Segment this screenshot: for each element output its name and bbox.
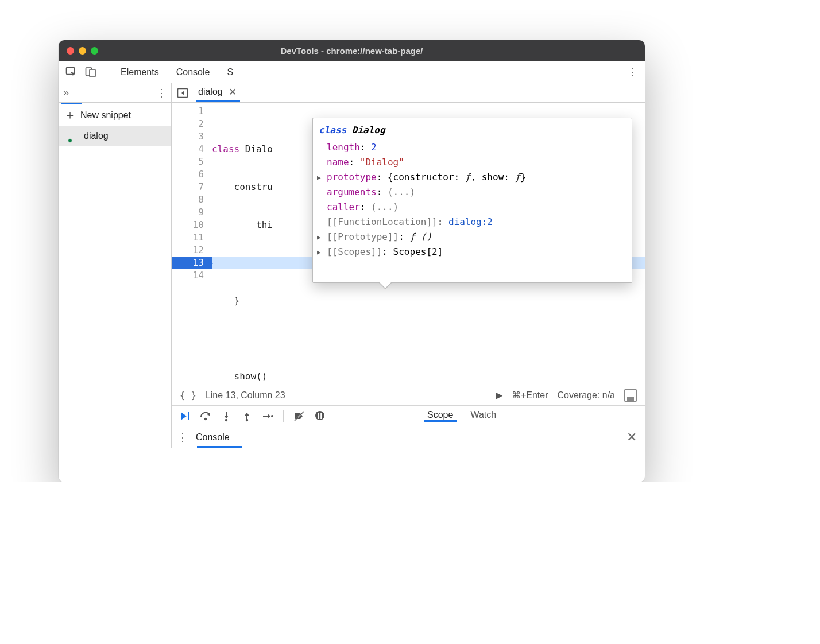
svg-rect-4 (188, 412, 189, 420)
popup-row-function-location: [[FunctionLocation]]: dialog:2 (319, 215, 626, 230)
svg-point-11 (271, 415, 273, 417)
step-out-button[interactable] (239, 409, 254, 424)
window-titlebar: DevTools - chrome://new-tab-page/ (59, 40, 645, 61)
snippet-file-name: dialog (84, 131, 109, 141)
pause-on-exceptions-button[interactable] (312, 409, 327, 424)
popup-header: class Dialog (319, 123, 626, 138)
object-preview-popup: class Dialog length: 2 name: "Dialog" pr… (312, 118, 632, 283)
close-drawer-icon[interactable]: ✕ (626, 430, 637, 445)
show-coverage-icon[interactable] (624, 389, 637, 402)
step-into-button[interactable] (219, 409, 234, 424)
resume-button[interactable] (177, 409, 192, 424)
sidebar-menu-icon[interactable]: ⋮ (156, 87, 167, 99)
svg-point-9 (246, 418, 248, 421)
device-toolbar-icon[interactable] (83, 64, 99, 80)
tab-watch[interactable]: Watch (467, 410, 500, 422)
editor-file-tab[interactable]: dialog ✕ (196, 83, 240, 102)
tab-console[interactable]: Console (169, 61, 217, 83)
console-drawer: ⋮ Console ✕ (172, 426, 645, 448)
devtools-window: DevTools - chrome://new-tab-page/ Elemen… (59, 40, 645, 482)
main-area: » ⋮ ＋ New snippet dialog dialog ✕ (59, 83, 645, 448)
popup-row-arguments[interactable]: arguments: (...) (319, 185, 626, 200)
popup-row-name: name: "Dialog" (319, 155, 626, 170)
sources-sidebar: » ⋮ ＋ New snippet dialog (59, 83, 172, 448)
debugger-side-tabs: Scope Watch (419, 410, 645, 422)
function-location-link[interactable]: dialog:2 (448, 216, 493, 227)
close-window-button[interactable] (67, 47, 74, 55)
svg-rect-15 (320, 413, 322, 419)
toolbar-separator (283, 410, 284, 422)
popup-row-prototype-internal[interactable]: [[Prototype]]: ƒ () (319, 230, 626, 245)
tab-scope[interactable]: Scope (424, 410, 457, 422)
run-shortcut-label: ⌘+Enter (512, 390, 548, 401)
debugger-controls (172, 409, 419, 424)
minimize-window-button[interactable] (79, 47, 86, 55)
run-snippet-icon[interactable]: ▶ (496, 390, 502, 401)
deactivate-breakpoints-button[interactable] (292, 409, 307, 424)
editor-column: dialog ✕ 1234567891011121314 class Dialo… (172, 83, 645, 448)
plus-icon: ＋ (64, 107, 76, 123)
svg-rect-14 (318, 413, 319, 419)
debugger-toolbar: Scope Watch (172, 405, 645, 426)
snippet-file-icon (69, 130, 78, 142)
popup-row-prototype[interactable]: prototype: {constructor: ƒ, show: ƒ} (319, 170, 626, 185)
snippet-file-item[interactable]: dialog (59, 126, 171, 146)
editor-status-bar: { } Line 13, Column 23 ▶ ⌘+Enter Coverag… (172, 385, 645, 405)
popup-row-scopes[interactable]: [[Scopes]]: Scopes[2] (319, 245, 626, 259)
sidebar-header: » ⋮ (59, 83, 171, 103)
new-snippet-button[interactable]: ＋ New snippet (59, 104, 171, 126)
traffic-lights (67, 47, 98, 55)
line-gutter: 1234567891011121314 (172, 103, 212, 385)
window-title: DevTools - chrome://new-tab-page/ (59, 46, 645, 56)
tab-sources[interactable]: S (220, 61, 240, 83)
new-snippet-label: New snippet (80, 110, 131, 121)
maximize-window-button[interactable] (91, 47, 98, 55)
toggle-navigator-icon[interactable] (176, 87, 189, 99)
svg-rect-2 (90, 69, 95, 77)
popup-row-caller[interactable]: caller: (...) (319, 200, 626, 215)
sidebar-overflow-icon[interactable]: » (63, 87, 69, 99)
close-tab-icon[interactable]: ✕ (229, 86, 237, 98)
editor-tabbar: dialog ✕ (172, 83, 645, 103)
tab-elements[interactable]: Elements (114, 61, 166, 83)
more-menu-icon[interactable]: ⋮ (624, 64, 640, 80)
popup-row-length: length: 2 (319, 140, 626, 155)
execution-arrow-icon (208, 259, 213, 268)
svg-point-5 (204, 417, 207, 420)
console-menu-icon[interactable]: ⋮ (177, 431, 188, 444)
pretty-print-icon[interactable]: { } (180, 390, 196, 401)
svg-point-7 (225, 418, 227, 421)
editor-file-tab-label: dialog (198, 87, 223, 97)
cursor-position: Line 13, Column 23 (206, 390, 285, 401)
inspect-element-icon[interactable] (63, 64, 79, 80)
coverage-label: Coverage: n/a (557, 390, 615, 401)
panel-tabstrip: Elements Console S ⋮ (59, 61, 645, 83)
step-over-button[interactable] (198, 409, 213, 424)
step-button[interactable] (260, 409, 275, 424)
console-tab[interactable]: Console (196, 432, 230, 443)
